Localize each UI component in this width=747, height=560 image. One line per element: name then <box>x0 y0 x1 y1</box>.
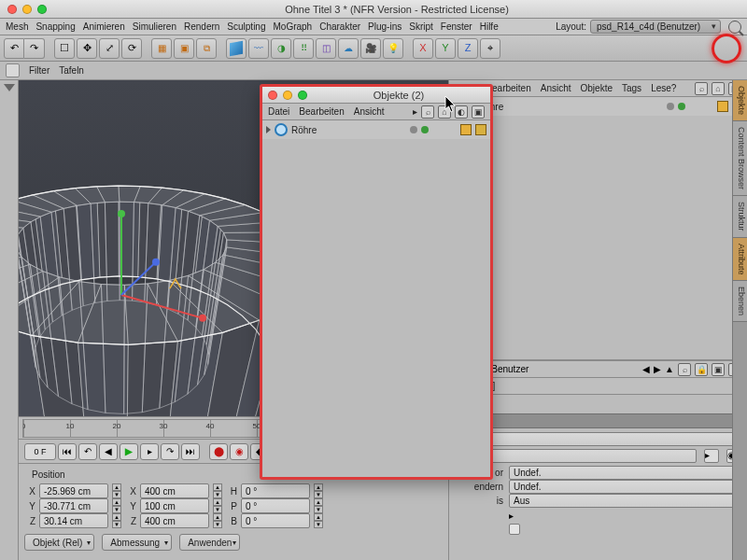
attr-menu-user[interactable]: Benutzer <box>491 364 529 374</box>
play-button[interactable]: ▶ <box>120 443 138 460</box>
goto-end-button[interactable]: ⏭ <box>181 443 200 460</box>
spinner[interactable]: ▲▼ <box>314 513 323 528</box>
rotate-tool-button[interactable]: ⟳ <box>121 38 142 59</box>
apply-button[interactable]: Anwenden <box>179 534 240 551</box>
mode-palette[interactable] <box>0 80 19 560</box>
float-menu-file[interactable]: Datei <box>268 106 289 117</box>
live-select-button[interactable]: ☐ <box>54 38 75 59</box>
panels-label[interactable]: Tafeln <box>59 65 84 76</box>
menu-mesh[interactable]: Mesh <box>6 21 28 32</box>
float-dock-icon[interactable]: ▣ <box>472 105 485 119</box>
spline-button[interactable]: 〰 <box>248 38 269 59</box>
float-menu-view[interactable]: Ansicht <box>354 106 385 117</box>
attr-lock-icon[interactable]: 🔒 <box>695 363 708 376</box>
position-X-field[interactable]: -25.969 cm <box>39 483 108 498</box>
minimize-window-button[interactable] <box>22 5 32 14</box>
menu-sculpting[interactable]: Sculpting <box>227 21 265 32</box>
objmgr-menu-bookmarks[interactable]: Lese? <box>651 83 676 93</box>
menu-help[interactable]: Hilfe <box>480 21 499 32</box>
attr-name-field[interactable]: Röhre <box>455 432 741 446</box>
menu-mograph[interactable]: MoGraph <box>274 21 313 32</box>
spinner[interactable]: ▲▼ <box>112 513 121 528</box>
filter-label[interactable]: Filter <box>29 65 49 76</box>
attr-nav-up-icon[interactable]: ▲ <box>665 364 674 374</box>
attr-row-field[interactable]: Aus <box>509 494 741 508</box>
float-search-icon[interactable]: ⌕ <box>421 105 434 119</box>
menu-render[interactable]: Rendern <box>184 21 219 32</box>
menu-plugins[interactable]: Plug-ins <box>368 21 402 32</box>
spinner[interactable]: ▲▼ <box>314 483 323 498</box>
float-visibility-dots[interactable] <box>410 126 429 133</box>
spinner[interactable]: ▲▼ <box>112 483 121 498</box>
light-button[interactable]: 💡 <box>383 38 403 59</box>
generator-button[interactable]: ◑ <box>271 38 291 59</box>
float-eye-icon[interactable]: ◐ <box>455 105 468 119</box>
menu-script[interactable]: Skript <box>409 21 433 32</box>
render-settings-button[interactable]: ▣ <box>174 38 194 59</box>
vtab-layers[interactable]: Ebenen <box>733 281 747 322</box>
objmgr-search-icon[interactable]: ⌕ <box>695 82 708 95</box>
size-Y-field[interactable]: 100 cm <box>140 498 209 513</box>
spinner[interactable]: ▲▼ <box>213 498 222 513</box>
autokey-button[interactable]: ◉ <box>230 443 248 460</box>
menu-simulate[interactable]: Simulieren <box>133 21 176 32</box>
axis-y-button[interactable]: Y <box>435 38 456 59</box>
float-home-icon[interactable]: ⌂ <box>438 105 451 119</box>
rotation-H-field[interactable]: 0 ° <box>241 483 310 498</box>
attr-layer-color-button[interactable]: ▸ <box>704 449 719 463</box>
objmgr-menu-view[interactable]: Ansicht <box>541 83 571 93</box>
size-X-field[interactable]: 400 cm <box>140 483 209 498</box>
redo-button[interactable]: ↷ <box>24 38 45 59</box>
float-tex-tag-icon[interactable] <box>475 124 486 135</box>
spinner[interactable]: ▲▼ <box>213 513 222 528</box>
close-window-button[interactable] <box>7 5 17 14</box>
axis-x-button[interactable]: X <box>413 38 433 59</box>
coord-mode-dropdown[interactable]: Objekt (Rel) <box>24 534 94 551</box>
attr-nav-fwd-icon[interactable]: ▶ <box>654 364 661 374</box>
attr-row-field[interactable]: Undef. <box>509 466 741 480</box>
attr-checkbox[interactable] <box>509 524 520 535</box>
attr-row-field[interactable]: Undef. <box>509 480 741 494</box>
environment-button[interactable]: ☁ <box>338 38 359 59</box>
float-object-row-tube[interactable]: Röhre <box>262 120 490 139</box>
vtab-structure[interactable]: Struktur <box>733 196 747 238</box>
objmgr-home-icon[interactable]: ⌂ <box>712 82 725 95</box>
layout-dropdown[interactable]: psd_R14_c4d (Benutzer) <box>590 20 721 34</box>
size-Z-field[interactable]: 400 cm <box>140 513 209 528</box>
start-frame-field[interactable]: 0 F <box>24 443 56 460</box>
goto-start-button[interactable]: ⏮ <box>58 443 77 460</box>
float-close-button[interactable] <box>268 91 277 100</box>
next-frame-button[interactable]: ▸ <box>140 443 159 460</box>
objmgr-menu-objects[interactable]: Objekte <box>581 83 613 93</box>
phong-tag-icon[interactable] <box>717 101 728 112</box>
filter-icon[interactable] <box>6 63 20 77</box>
float-min-button[interactable] <box>283 91 292 100</box>
position-Y-field[interactable]: -30.771 cm <box>39 498 108 513</box>
menu-character[interactable]: Charakter <box>319 21 360 32</box>
record-button[interactable]: ⬤ <box>209 443 228 460</box>
objmgr-menu-tags[interactable]: Tags <box>622 83 641 93</box>
float-phong-tag-icon[interactable] <box>460 124 472 135</box>
menu-snapping[interactable]: Snapping <box>35 21 75 32</box>
attr-search-icon[interactable]: ⌕ <box>678 363 691 376</box>
vtab-content-browser[interactable]: Content Browser <box>733 121 747 196</box>
next-key-button[interactable]: ↷ <box>161 443 179 460</box>
rotation-P-field[interactable]: 0 ° <box>241 498 310 513</box>
vtab-attribute[interactable]: Attribute <box>733 238 747 282</box>
axis-z-button[interactable]: Z <box>458 38 478 59</box>
rotation-B-field[interactable]: 0 ° <box>241 513 310 528</box>
zoom-window-button[interactable] <box>37 5 47 14</box>
coord-system-button[interactable]: ⌖ <box>480 38 500 59</box>
spinner[interactable]: ▲▼ <box>314 498 323 513</box>
spinner[interactable]: ▲▼ <box>112 498 121 513</box>
deformer-button[interactable]: ◫ <box>316 38 336 59</box>
object-visibility-dots[interactable] <box>667 103 685 110</box>
float-disclosure-icon[interactable] <box>266 126 271 133</box>
move-tool-button[interactable]: ✥ <box>77 38 97 59</box>
float-object-name[interactable]: Röhre <box>291 125 317 135</box>
prev-frame-button[interactable]: ◀ <box>99 443 118 460</box>
search-icon[interactable] <box>728 21 741 34</box>
primitive-cube-button[interactable] <box>226 38 247 59</box>
render-queue-button[interactable]: ⧉ <box>196 38 217 59</box>
object-row-tube[interactable]: Röhre <box>449 97 747 116</box>
